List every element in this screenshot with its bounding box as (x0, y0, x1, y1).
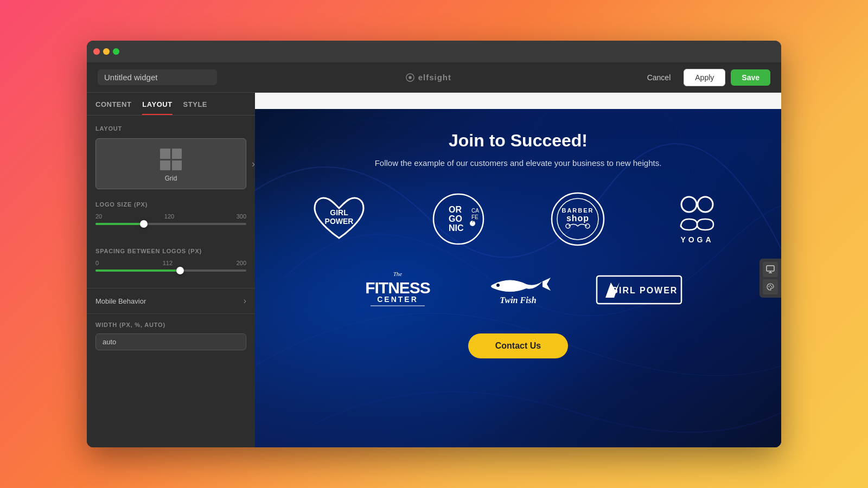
girl-power-heart-svg: GIRL POWER (309, 189, 369, 249)
traffic-light-yellow[interactable] (103, 48, 110, 55)
contact-button[interactable]: Contact Us (468, 333, 568, 358)
spacing-value: 112 (163, 260, 173, 266)
tab-style[interactable]: STYLE (183, 100, 207, 115)
preview-area: Join to Succeed! Follow the example of o… (255, 93, 781, 447)
organic-cafe-svg: OR GO NIC CA FE (431, 192, 486, 246)
main-area: CONTENT LAYOUT STYLE LAYOUT (87, 93, 781, 447)
svg-point-17 (566, 224, 570, 228)
grid-cell-1 (160, 149, 170, 159)
app-header: elfsight Cancel Apply Save (87, 62, 781, 93)
svg-point-18 (585, 224, 590, 228)
sidebar: CONTENT LAYOUT STYLE LAYOUT (87, 93, 255, 447)
layout-section: LAYOUT Grid › (87, 115, 255, 195)
spacing-min: 0 (95, 260, 99, 266)
svg-text:OR: OR (449, 205, 462, 214)
mobile-behavior-chevron: › (244, 296, 246, 306)
grid-icon (160, 149, 182, 170)
svg-text:shop: shop (566, 214, 589, 223)
width-section: WIDTH (PX, %, AUTO) (87, 314, 255, 358)
width-input[interactable] (95, 333, 246, 350)
logo-girl-power-heart: GIRL POWER (288, 189, 391, 249)
preview-banner (255, 93, 781, 109)
layout-option-grid[interactable]: Grid (95, 138, 246, 189)
svg-text:GIRL: GIRL (330, 208, 348, 217)
logos-row2: The FITNESS CENTER (345, 265, 691, 314)
logos-row1: GIRL POWER OR GO (288, 189, 749, 249)
svg-text:BARBER: BARBER (561, 207, 593, 214)
sidebar-tabs: CONTENT LAYOUT STYLE (87, 93, 255, 115)
logo-girl-power-lightning: GIRL POWER (586, 265, 691, 314)
logo-size-section: LOGO SIZE (PX) 20 120 300 (87, 195, 255, 241)
mobile-behavior-row[interactable]: Mobile Behavior › (87, 288, 255, 314)
yoga-svg: YOGA (667, 189, 727, 249)
preview-title: Join to Succeed! (449, 131, 588, 151)
layout-options: Grid › (95, 138, 246, 189)
header-logo: elfsight (217, 73, 640, 82)
svg-point-20 (698, 197, 713, 212)
preview-container: Join to Succeed! Follow the example of o… (255, 93, 781, 447)
svg-point-1 (409, 76, 411, 79)
logo-twin-fish: Twin Fish (466, 265, 571, 314)
twin-fish-svg: Twin Fish (483, 268, 553, 311)
logo-size-label: LOGO SIZE (PX) (95, 201, 246, 208)
spacing-track[interactable] (95, 269, 246, 272)
cancel-button[interactable]: Cancel (640, 70, 679, 85)
logo-size-value: 120 (164, 213, 174, 220)
spacing-max: 200 (237, 260, 246, 266)
grid-cell-4 (172, 160, 182, 171)
logo-fitness-center: The FITNESS CENTER (345, 265, 450, 314)
logo-barber-shop: BARBER shop (526, 189, 629, 249)
barber-shop-svg: BARBER shop (550, 191, 607, 248)
svg-text:CA: CA (471, 208, 479, 214)
grid-cell-2 (172, 149, 182, 159)
layout-section-label: LAYOUT (95, 125, 246, 132)
svg-point-26 (496, 284, 500, 287)
apply-button[interactable]: Apply (684, 69, 725, 86)
mobile-behavior-label: Mobile Behavior (95, 297, 146, 305)
spacing-label: SPACING BETWEEN LOGOS (PX) (95, 248, 246, 254)
svg-text:Twin Fish: Twin Fish (500, 296, 537, 305)
traffic-light-green[interactable] (113, 48, 119, 55)
svg-text:GO: GO (449, 214, 462, 223)
svg-text:POWER: POWER (325, 217, 354, 226)
preview-subtitle: Follow the example of our customers and … (375, 158, 662, 168)
logo-yoga: YOGA (646, 189, 749, 249)
girl-power-lightning-svg: GIRL POWER (596, 275, 682, 305)
traffic-lights (93, 48, 119, 55)
widget-title-input[interactable] (98, 69, 217, 85)
save-button[interactable]: Save (731, 69, 770, 86)
fitness-center-svg: The FITNESS CENTER (365, 265, 430, 314)
grid-cell-3 (160, 160, 170, 171)
svg-text:The: The (393, 271, 402, 277)
logo-size-range-labels: 20 120 300 (95, 213, 246, 220)
preview-main: Join to Succeed! Follow the example of o… (255, 109, 781, 447)
svg-text:FITNESS: FITNESS (365, 279, 430, 297)
app-content: elfsight Cancel Apply Save CONTENT LAYOU… (87, 62, 781, 447)
svg-text:NIC: NIC (449, 223, 464, 233)
browser-titlebar (87, 41, 781, 62)
elfsight-icon (405, 73, 415, 82)
logo-size-track[interactable] (95, 223, 246, 225)
tab-layout[interactable]: LAYOUT (142, 100, 172, 115)
grid-label: Grid (165, 175, 177, 182)
spacing-range-labels: 0 112 200 (95, 260, 246, 266)
logo-size-fill (95, 223, 144, 225)
svg-text:GIRL POWER: GIRL POWER (611, 286, 678, 295)
width-label: WIDTH (PX, %, AUTO) (95, 322, 246, 328)
svg-text:YOGA: YOGA (680, 235, 713, 244)
traffic-light-red[interactable] (93, 48, 100, 55)
svg-point-19 (681, 197, 697, 212)
logo-text: elfsight (418, 73, 451, 82)
logo-organic-cafe: OR GO NIC CA FE (407, 189, 510, 249)
header-actions: Cancel Apply Save (640, 69, 770, 86)
browser-window: elfsight Cancel Apply Save CONTENT LAYOU… (87, 41, 781, 447)
tab-content[interactable]: CONTENT (95, 100, 131, 115)
svg-text:CENTER: CENTER (377, 295, 418, 304)
logo-size-min: 20 (95, 213, 102, 220)
preview-content: Join to Succeed! Follow the example of o… (255, 109, 781, 447)
spacing-section: SPACING BETWEEN LOGOS (PX) 0 112 200 (87, 241, 255, 288)
logo-size-thumb[interactable] (140, 220, 148, 228)
svg-point-12 (470, 221, 475, 226)
spacing-thumb[interactable] (176, 267, 184, 274)
logo-size-max: 300 (237, 213, 246, 220)
